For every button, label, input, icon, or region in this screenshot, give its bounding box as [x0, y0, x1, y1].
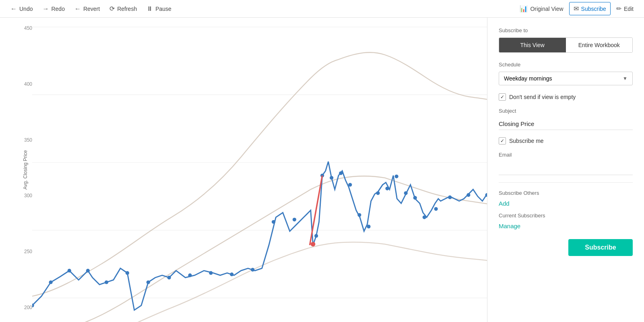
data-point — [293, 218, 296, 221]
undo-icon: ← — [10, 5, 17, 12]
entire-workbook-button[interactable]: Entire Workbook — [566, 38, 633, 52]
lower-band-lower-line — [32, 242, 487, 322]
email-section: Email — [499, 152, 633, 175]
data-point — [448, 196, 452, 199]
schedule-section: Schedule Weekday mornings ▼ — [499, 62, 633, 85]
blue-data-line — [32, 161, 487, 310]
email-input[interactable] — [499, 163, 633, 175]
subscribe-me-checkbox[interactable]: ✓ — [499, 137, 506, 144]
redo-button[interactable]: → Redo — [38, 3, 68, 15]
toolbar: ← Undo → Redo ← Revert ⟳ Refresh ⏸ Pause… — [0, 0, 644, 18]
data-point — [434, 207, 438, 211]
data-point — [49, 281, 53, 284]
subscribe-others-section: Subscribe Others Add — [499, 190, 633, 207]
subscribe-me-row: ✓ Subscribe me — [499, 137, 633, 144]
data-point — [385, 187, 389, 190]
pause-button[interactable]: ⏸ Pause — [142, 3, 175, 15]
pencil-icon: ✏ — [616, 5, 621, 12]
data-point — [404, 191, 408, 195]
refresh-button[interactable]: ⟳ Refresh — [105, 2, 141, 15]
data-point — [126, 271, 129, 275]
subject-label: Subject — [499, 108, 633, 114]
data-point — [348, 183, 352, 186]
revert-button[interactable]: ← Revert — [70, 3, 104, 15]
data-point — [423, 215, 426, 219]
dropdown-arrow-icon: ▼ — [623, 76, 627, 81]
email-label: Email — [499, 152, 633, 158]
data-point — [147, 281, 150, 284]
manage-link[interactable]: Manage — [499, 223, 633, 229]
divider — [499, 182, 633, 183]
lower-band-upper-line — [32, 176, 487, 322]
undo-button[interactable]: ← Undo — [6, 3, 37, 15]
main-area: Avg. Closing Price 450 400 350 300 250 2… — [0, 18, 644, 322]
subscribe-me-label: Subscribe me — [509, 138, 544, 144]
data-point — [272, 220, 275, 224]
upper-band-line — [32, 52, 487, 296]
toolbar-right: 📊 Original View ✉ Subscribe ✏ Edit — [516, 2, 638, 15]
data-point — [395, 175, 398, 178]
data-point — [251, 268, 254, 271]
current-subscribers-label: Current Subscribers — [499, 213, 633, 219]
refresh-icon: ⟳ — [109, 5, 115, 12]
data-point — [339, 171, 343, 175]
chart-svg — [32, 18, 487, 322]
schedule-dropdown[interactable]: Weekday mornings ▼ — [499, 72, 633, 85]
checkmark-icon: ✓ — [500, 138, 504, 144]
data-point — [86, 269, 90, 272]
pause-icon: ⏸ — [147, 5, 153, 12]
dont-send-label: Don't send if view is empty — [509, 94, 576, 100]
data-point — [68, 269, 71, 272]
data-point — [105, 281, 108, 284]
schedule-label: Schedule — [499, 62, 633, 68]
subscribe-button[interactable]: Subscribe — [568, 239, 633, 256]
chart-icon: 📊 — [520, 5, 528, 12]
email-icon: ✉ — [574, 5, 579, 12]
data-point — [376, 191, 380, 195]
redo-icon: → — [42, 5, 49, 12]
original-view-button[interactable]: 📊 Original View — [516, 2, 567, 15]
data-point — [466, 193, 470, 197]
data-point — [314, 234, 318, 237]
chart-area: Avg. Closing Price 450 400 350 300 250 2… — [0, 18, 487, 322]
data-point — [230, 272, 233, 276]
dont-send-checkbox[interactable]: ✓ — [499, 93, 506, 101]
data-point — [330, 176, 333, 180]
data-point — [367, 225, 370, 228]
subscribe-others-label: Subscribe Others — [499, 190, 633, 196]
data-point — [188, 273, 192, 277]
subscribe-to-label: Subscribe to — [499, 27, 633, 33]
data-point — [209, 271, 213, 275]
add-link[interactable]: Add — [499, 200, 633, 207]
subscribe-toolbar-button[interactable]: ✉ Subscribe — [569, 2, 611, 15]
red-point — [311, 242, 316, 247]
data-point — [167, 276, 171, 279]
subscribe-panel: Subscribe to This View Entire Workbook S… — [487, 18, 644, 322]
subscribe-to-toggle: This View Entire Workbook — [499, 37, 633, 53]
current-subscribers-section: Current Subscribers Manage — [499, 213, 633, 229]
data-point — [357, 213, 361, 217]
edit-button[interactable]: ✏ Edit — [612, 2, 638, 15]
dont-send-row: ✓ Don't send if view is empty — [499, 93, 633, 101]
checkmark-icon: ✓ — [500, 94, 504, 100]
subject-value[interactable]: Closing Price — [499, 118, 633, 130]
this-view-button[interactable]: This View — [499, 38, 566, 52]
y-axis-labels: 450 400 350 300 250 200 — [14, 26, 32, 310]
data-point — [413, 196, 417, 200]
revert-icon: ← — [74, 5, 81, 12]
subject-section: Subject Closing Price — [499, 108, 633, 130]
